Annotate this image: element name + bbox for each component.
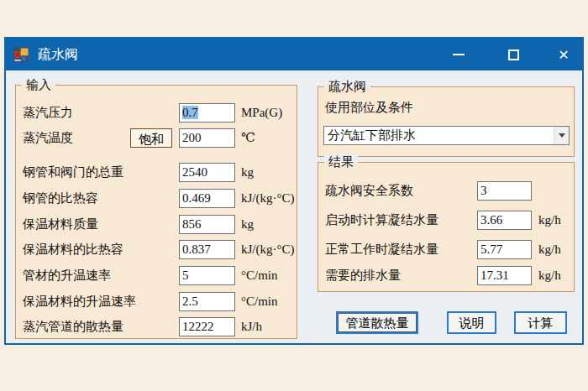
- steam-temperature-label: 蒸汽温度: [23, 128, 73, 148]
- row-pipe-heating-rate: 管材的升温速率 5 °C/min: [16, 266, 297, 285]
- trap-group-title: 疏水阀: [324, 79, 370, 95]
- insulation-specific-heat-unit: kJ/(kg·°C): [241, 240, 295, 259]
- insulation-specific-heat-input[interactable]: 0.837: [179, 240, 235, 259]
- saturation-button[interactable]: 饱和: [130, 128, 172, 148]
- pipe-heating-rate-input[interactable]: 5: [179, 266, 235, 285]
- close-button[interactable]: ✕: [546, 39, 581, 70]
- minimize-button[interactable]: [441, 39, 476, 70]
- safety-factor-input[interactable]: 3: [477, 181, 532, 201]
- pipe-heating-rate-unit: °C/min: [241, 266, 278, 285]
- normal-condensate-label: 正常工作时凝结水量: [325, 240, 438, 259]
- safety-factor-label: 疏水阀安全系数: [325, 181, 413, 201]
- selected-text: 0.7: [182, 106, 198, 119]
- row-insulation-heating-rate: 保温材料的升温速率 2.5 °C/min: [16, 292, 297, 311]
- help-button[interactable]: 说明: [447, 311, 496, 334]
- row-pipe-heat-dissipation: 蒸汽管道的散热量 12222 kJ/h: [16, 317, 297, 336]
- maximize-icon: [508, 50, 519, 60]
- minimize-icon: [453, 54, 465, 55]
- close-icon: ✕: [558, 47, 569, 63]
- pipe-heat-dissipation-input[interactable]: 12222: [179, 317, 235, 336]
- pipe-heat-loss-button[interactable]: 管道散热量: [336, 311, 418, 334]
- insulation-heating-rate-input[interactable]: 2.5: [179, 292, 235, 311]
- insulation-specific-heat-label: 保温材料的比热容: [23, 240, 123, 259]
- steam-temperature-input[interactable]: 200: [179, 128, 235, 148]
- pipe-specific-heat-input[interactable]: 0.469: [179, 189, 235, 208]
- input-group-title: 输入: [22, 77, 55, 93]
- steam-pressure-input[interactable]: 0.7: [179, 103, 235, 123]
- app-window: 疏水阀 ✕ 输入 蒸汽压力 0.7 MPa(G) 蒸汽温度 200 ℃ 饱和 钢…: [4, 37, 584, 345]
- maximize-button[interactable]: [496, 39, 531, 70]
- result-groupbox: 结果 疏水阀安全系数 3 启动时计算凝结水量 3.66 kg/h 正常工作时凝结…: [318, 162, 575, 292]
- row-pipe-valve-weight: 钢管和阀门的总重 2540 kg: [16, 163, 297, 182]
- insulation-heating-rate-unit: °C/min: [241, 292, 278, 311]
- steam-pressure-label: 蒸汽压力: [23, 103, 73, 123]
- row-normal-condensate: 正常工作时凝结水量 5.77 kg/h: [318, 240, 574, 259]
- insulation-heating-rate-label: 保温材料的升温速率: [23, 292, 136, 311]
- usage-condition-select[interactable]: 分汽缸下部排水: [323, 126, 570, 145]
- row-required-drainage: 需要的排水量 17.31 kg/h: [318, 266, 574, 285]
- insulation-mass-label: 保温材料质量: [23, 215, 98, 234]
- pipe-heating-rate-label: 管材的升温速率: [23, 266, 111, 285]
- row-pipe-specific-heat: 钢管的比热容 0.469 kJ/(kg·°C): [16, 189, 297, 208]
- titlebar[interactable]: 疏水阀 ✕: [6, 39, 582, 70]
- window-title: 疏水阀: [38, 46, 78, 64]
- startup-condensate-label: 启动时计算凝结水量: [325, 211, 438, 230]
- startup-condensate-unit: kg/h: [538, 211, 561, 230]
- usage-condition-value: 分汽缸下部排水: [328, 127, 416, 144]
- row-insulation-mass: 保温材料质量 856 kg: [16, 215, 297, 234]
- client-area: 输入 蒸汽压力 0.7 MPa(G) 蒸汽温度 200 ℃ 饱和 钢管和阀门的总…: [6, 70, 582, 343]
- pipe-specific-heat-unit: kJ/(kg·°C): [241, 189, 295, 208]
- normal-condensate-unit: kg/h: [538, 240, 561, 259]
- result-group-title: 结果: [324, 154, 358, 170]
- usage-condition-label: 使用部位及条件: [325, 100, 413, 116]
- required-drainage-label: 需要的排水量: [325, 266, 401, 285]
- pipe-valve-weight-label: 钢管和阀门的总重: [23, 163, 123, 182]
- required-drainage-unit: kg/h: [538, 266, 561, 285]
- required-drainage-input[interactable]: 17.31: [477, 266, 532, 285]
- row-startup-condensate: 启动时计算凝结水量 3.66 kg/h: [318, 211, 574, 230]
- pipe-specific-heat-label: 钢管的比热容: [23, 189, 98, 208]
- row-steam-pressure: 蒸汽压力 0.7 MPa(G): [16, 103, 297, 123]
- pipe-valve-weight-input[interactable]: 2540: [179, 163, 235, 182]
- pipe-heat-dissipation-unit: kJ/h: [241, 317, 262, 336]
- steam-pressure-unit: MPa(G): [241, 103, 282, 123]
- dropdown-button[interactable]: [554, 127, 569, 144]
- row-safety-factor: 疏水阀安全系数 3: [318, 181, 574, 201]
- insulation-mass-unit: kg: [241, 215, 254, 234]
- steam-temperature-unit: ℃: [241, 128, 255, 148]
- insulation-mass-input[interactable]: 856: [179, 215, 235, 234]
- input-groupbox: 输入 蒸汽压力 0.7 MPa(G) 蒸汽温度 200 ℃ 饱和 钢管和阀门的总…: [15, 85, 297, 339]
- normal-condensate-input[interactable]: 5.77: [477, 240, 532, 259]
- pipe-valve-weight-unit: kg: [241, 163, 254, 182]
- chevron-down-icon: [559, 133, 565, 138]
- calculate-button[interactable]: 计算: [514, 311, 567, 334]
- app-icon: [13, 46, 30, 63]
- startup-condensate-input[interactable]: 3.66: [477, 211, 532, 230]
- row-insulation-specific-heat: 保温材料的比热容 0.837 kJ/(kg·°C): [16, 240, 297, 259]
- pipe-heat-dissipation-label: 蒸汽管道的散热量: [23, 317, 123, 336]
- trap-groupbox: 疏水阀 使用部位及条件 分汽缸下部排水: [318, 86, 575, 157]
